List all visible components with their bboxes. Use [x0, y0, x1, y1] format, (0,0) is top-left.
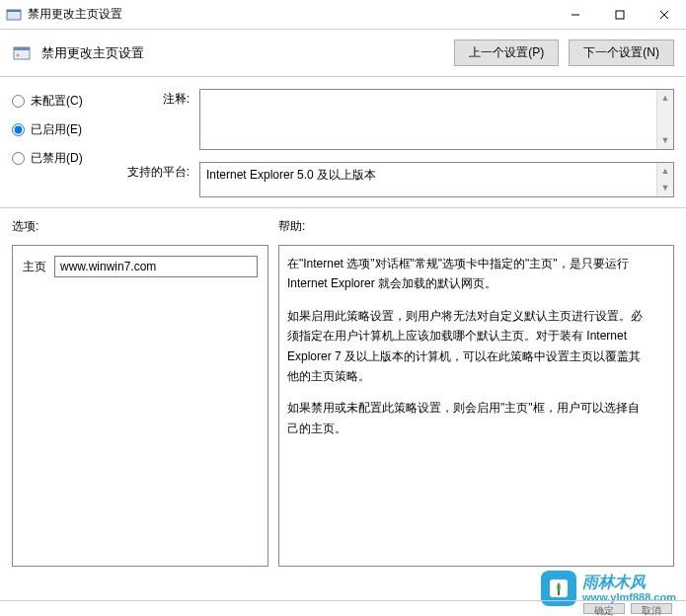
homepage-input[interactable] — [54, 256, 258, 277]
policy-icon — [12, 43, 32, 63]
help-paragraph-2: 如果启用此策略设置，则用户将无法对自定义默认主页进行设置。必须指定在用户计算机上… — [287, 306, 649, 387]
options-section-label: 选项: — [12, 218, 268, 235]
next-setting-button[interactable]: 下一个设置(N) — [569, 39, 674, 66]
radio-enabled[interactable]: 已启用(E) — [12, 121, 101, 138]
close-button[interactable] — [642, 0, 686, 30]
radio-not-configured-input[interactable] — [12, 95, 25, 108]
cancel-button[interactable]: 取消 — [631, 603, 672, 614]
help-section-label: 帮助: — [278, 218, 305, 235]
platform-label: 支持的平台: — [120, 162, 190, 181]
watermark-brand: 雨林木风 — [582, 574, 676, 591]
svg-point-8 — [17, 53, 20, 56]
options-panel: 主页 — [12, 245, 268, 567]
app-icon — [6, 7, 22, 23]
radio-enabled-input[interactable] — [12, 123, 25, 136]
help-panel: 在"Internet 选项"对话框"常规"选项卡中指定的"主页"，是只要运行 I… — [278, 245, 674, 567]
radio-disabled-input[interactable] — [12, 152, 25, 165]
svg-rect-3 — [616, 11, 624, 19]
svg-rect-1 — [7, 10, 21, 12]
maximize-button[interactable] — [597, 0, 642, 30]
comment-label: 注释: — [120, 89, 190, 108]
homepage-field-label: 主页 — [23, 259, 46, 275]
help-paragraph-1: 在"Internet 选项"对话框"常规"选项卡中指定的"主页"，是只要运行 I… — [287, 254, 649, 294]
platform-text: Internet Explorer 5.0 及以上版本 — [206, 168, 376, 182]
platform-box: Internet Explorer 5.0 及以上版本 ▲▼ — [199, 162, 674, 197]
confirm-button[interactable]: 确定 — [583, 603, 625, 614]
minimize-button[interactable] — [553, 0, 597, 30]
page-title: 禁用更改主页设置 — [41, 44, 444, 62]
help-paragraph-3: 如果禁用或未配置此策略设置，则会启用"主页"框，用户可以选择自己的主页。 — [287, 398, 649, 438]
svg-rect-10 — [558, 590, 560, 595]
radio-not-configured[interactable]: 未配置(C) — [12, 93, 101, 110]
svg-rect-7 — [14, 47, 30, 50]
radio-disabled-label: 已禁用(D) — [31, 150, 83, 167]
radio-disabled[interactable]: 已禁用(D) — [12, 150, 101, 167]
scrollbar[interactable]: ▲▼ — [656, 163, 673, 196]
svg-rect-9 — [550, 579, 568, 597]
window-title: 禁用更改主页设置 — [28, 6, 553, 23]
scrollbar[interactable]: ▲▼ — [656, 90, 673, 149]
radio-not-configured-label: 未配置(C) — [31, 93, 83, 110]
comment-textarea[interactable]: ▲▼ — [199, 89, 674, 150]
previous-setting-button[interactable]: 上一个设置(P) — [454, 39, 559, 66]
radio-enabled-label: 已启用(E) — [31, 121, 82, 138]
